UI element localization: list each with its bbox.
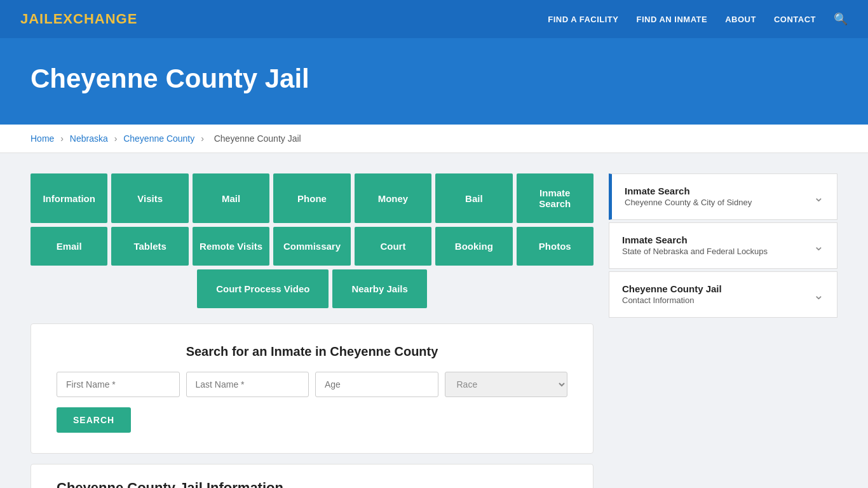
search-title: Search for an Inmate in Cheyenne County bbox=[57, 344, 567, 359]
button-row-3: Court Process Video Nearby Jails bbox=[31, 269, 593, 308]
sidebar-item-3[interactable]: Cheyenne County Jail Contact Information… bbox=[609, 271, 837, 318]
bottom-heading-title: Cheyenne County Jail Information bbox=[57, 480, 567, 488]
btn-remote-visits[interactable]: Remote Visits bbox=[193, 227, 269, 266]
btn-booking[interactable]: Booking bbox=[435, 227, 512, 266]
nav-find-facility[interactable]: FIND A FACILITY bbox=[548, 15, 618, 24]
breadcrumb-sep-2: › bbox=[114, 133, 118, 144]
btn-information[interactable]: Information bbox=[31, 173, 107, 223]
search-card: Search for an Inmate in Cheyenne County … bbox=[31, 323, 593, 454]
breadcrumb-sep-1: › bbox=[60, 133, 64, 144]
sidebar-item-2-subtitle: State of Nebraska and Federal Lockups bbox=[622, 247, 768, 256]
last-name-input[interactable] bbox=[186, 372, 309, 397]
logo-jail: JAIL bbox=[20, 11, 53, 27]
button-row-1: Information Visits Mail Phone Money Bail… bbox=[31, 173, 593, 223]
nav-find-inmate[interactable]: FIND AN INMATE bbox=[636, 15, 707, 24]
search-button[interactable]: SEARCH bbox=[57, 407, 131, 433]
btn-nearby-jails[interactable]: Nearby Jails bbox=[332, 269, 426, 308]
sidebar-item-2-title: Inmate Search bbox=[622, 234, 768, 245]
breadcrumb-home[interactable]: Home bbox=[31, 133, 54, 144]
nav-contact[interactable]: CONTACT bbox=[774, 15, 816, 24]
logo-exchange: EXCHANGE bbox=[53, 11, 138, 27]
main-content: Information Visits Mail Phone Money Bail… bbox=[0, 153, 868, 488]
search-fields: Race White Black Hispanic Asian Other bbox=[57, 372, 567, 397]
sidebar-item-3-subtitle: Contact Information bbox=[622, 295, 694, 305]
btn-bail[interactable]: Bail bbox=[435, 173, 512, 223]
btn-tablets[interactable]: Tablets bbox=[111, 227, 188, 266]
site-logo[interactable]: JAILEXCHANGE bbox=[20, 11, 137, 27]
nav-search-icon[interactable]: 🔍 bbox=[834, 12, 848, 26]
btn-email[interactable]: Email bbox=[31, 227, 107, 266]
race-select[interactable]: Race White Black Hispanic Asian Other bbox=[445, 372, 568, 397]
right-sidebar: Inmate Search Cheyenne County & City of … bbox=[609, 173, 837, 320]
left-column: Information Visits Mail Phone Money Bail… bbox=[31, 173, 593, 488]
button-row-2: Email Tablets Remote Visits Commissary C… bbox=[31, 227, 593, 266]
btn-visits[interactable]: Visits bbox=[111, 173, 188, 223]
sidebar-item-1-subtitle: Cheyenne County & City of Sidney bbox=[625, 198, 752, 207]
sidebar-item-3-title: Cheyenne County Jail bbox=[622, 283, 722, 294]
breadcrumb-nebraska[interactable]: Nebraska bbox=[70, 133, 108, 144]
btn-money[interactable]: Money bbox=[355, 173, 431, 223]
btn-mail[interactable]: Mail bbox=[193, 173, 269, 223]
chevron-down-icon-1: ⌄ bbox=[813, 189, 824, 205]
bottom-section: Cheyenne County Jail Information bbox=[31, 464, 593, 488]
page-title: Cheyenne County Jail bbox=[31, 64, 837, 94]
breadcrumb: Home › Nebraska › Cheyenne County › Chey… bbox=[0, 125, 868, 153]
nav-about[interactable]: ABOUT bbox=[725, 15, 756, 24]
age-input[interactable] bbox=[315, 372, 438, 397]
sidebar-item-1[interactable]: Inmate Search Cheyenne County & City of … bbox=[609, 173, 837, 220]
hero-section: Cheyenne County Jail bbox=[0, 38, 868, 125]
btn-inmate-search[interactable]: Inmate Search bbox=[517, 173, 593, 223]
chevron-down-icon-2: ⌄ bbox=[813, 238, 824, 254]
sidebar-item-1-title: Inmate Search bbox=[625, 186, 752, 196]
btn-commissary[interactable]: Commissary bbox=[273, 227, 350, 266]
sidebar-item-2[interactable]: Inmate Search State of Nebraska and Fede… bbox=[609, 222, 837, 269]
breadcrumb-sep-3: › bbox=[201, 133, 204, 144]
nav-links: FIND A FACILITY FIND AN INMATE ABOUT CON… bbox=[548, 12, 848, 26]
btn-court-process-video[interactable]: Court Process Video bbox=[197, 269, 329, 308]
chevron-down-icon-3: ⌄ bbox=[813, 287, 824, 302]
first-name-input[interactable] bbox=[57, 372, 180, 397]
breadcrumb-cheyenne-county[interactable]: Cheyenne County bbox=[123, 133, 194, 144]
btn-phone[interactable]: Phone bbox=[273, 173, 350, 223]
btn-photos[interactable]: Photos bbox=[517, 227, 593, 266]
breadcrumb-current: Cheyenne County Jail bbox=[214, 133, 301, 144]
navbar: JAILEXCHANGE FIND A FACILITY FIND AN INM… bbox=[0, 0, 868, 38]
btn-court[interactable]: Court bbox=[355, 227, 431, 266]
